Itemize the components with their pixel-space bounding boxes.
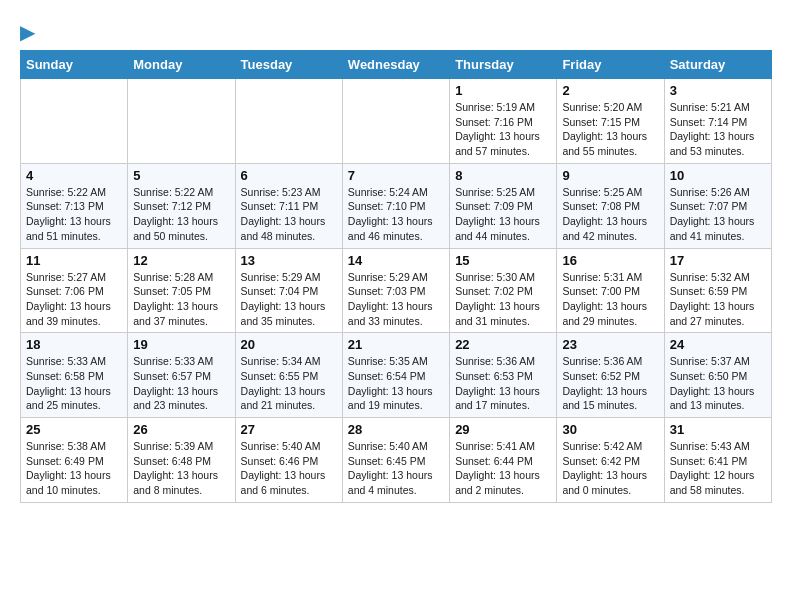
day-info: Sunrise: 5:20 AM Sunset: 7:15 PM Dayligh… xyxy=(562,100,658,159)
page-header: ▶ xyxy=(20,20,772,40)
calendar-day-cell: 23Sunrise: 5:36 AM Sunset: 6:52 PM Dayli… xyxy=(557,333,664,418)
calendar-week-row: 25Sunrise: 5:38 AM Sunset: 6:49 PM Dayli… xyxy=(21,418,772,503)
day-number: 12 xyxy=(133,253,229,268)
day-info: Sunrise: 5:31 AM Sunset: 7:00 PM Dayligh… xyxy=(562,270,658,329)
calendar-day-cell xyxy=(235,79,342,164)
day-info: Sunrise: 5:22 AM Sunset: 7:13 PM Dayligh… xyxy=(26,185,122,244)
calendar-day-cell: 12Sunrise: 5:28 AM Sunset: 7:05 PM Dayli… xyxy=(128,248,235,333)
calendar-day-cell: 2Sunrise: 5:20 AM Sunset: 7:15 PM Daylig… xyxy=(557,79,664,164)
day-info: Sunrise: 5:36 AM Sunset: 6:53 PM Dayligh… xyxy=(455,354,551,413)
calendar-day-cell: 16Sunrise: 5:31 AM Sunset: 7:00 PM Dayli… xyxy=(557,248,664,333)
calendar-week-row: 18Sunrise: 5:33 AM Sunset: 6:58 PM Dayli… xyxy=(21,333,772,418)
calendar-day-cell xyxy=(21,79,128,164)
logo: ▶ xyxy=(20,20,35,40)
day-number: 31 xyxy=(670,422,766,437)
day-number: 4 xyxy=(26,168,122,183)
calendar-day-cell: 29Sunrise: 5:41 AM Sunset: 6:44 PM Dayli… xyxy=(450,418,557,503)
day-info: Sunrise: 5:39 AM Sunset: 6:48 PM Dayligh… xyxy=(133,439,229,498)
day-number: 14 xyxy=(348,253,444,268)
calendar-day-cell: 17Sunrise: 5:32 AM Sunset: 6:59 PM Dayli… xyxy=(664,248,771,333)
day-info: Sunrise: 5:38 AM Sunset: 6:49 PM Dayligh… xyxy=(26,439,122,498)
day-number: 8 xyxy=(455,168,551,183)
day-info: Sunrise: 5:19 AM Sunset: 7:16 PM Dayligh… xyxy=(455,100,551,159)
calendar-day-cell: 30Sunrise: 5:42 AM Sunset: 6:42 PM Dayli… xyxy=(557,418,664,503)
calendar-header-row: SundayMondayTuesdayWednesdayThursdayFrid… xyxy=(21,51,772,79)
day-info: Sunrise: 5:23 AM Sunset: 7:11 PM Dayligh… xyxy=(241,185,337,244)
day-number: 18 xyxy=(26,337,122,352)
day-info: Sunrise: 5:33 AM Sunset: 6:58 PM Dayligh… xyxy=(26,354,122,413)
day-number: 17 xyxy=(670,253,766,268)
calendar-day-cell: 8Sunrise: 5:25 AM Sunset: 7:09 PM Daylig… xyxy=(450,163,557,248)
day-number: 11 xyxy=(26,253,122,268)
day-number: 30 xyxy=(562,422,658,437)
calendar-week-row: 11Sunrise: 5:27 AM Sunset: 7:06 PM Dayli… xyxy=(21,248,772,333)
day-number: 13 xyxy=(241,253,337,268)
day-number: 5 xyxy=(133,168,229,183)
day-number: 7 xyxy=(348,168,444,183)
day-info: Sunrise: 5:22 AM Sunset: 7:12 PM Dayligh… xyxy=(133,185,229,244)
calendar-day-cell: 7Sunrise: 5:24 AM Sunset: 7:10 PM Daylig… xyxy=(342,163,449,248)
day-info: Sunrise: 5:42 AM Sunset: 6:42 PM Dayligh… xyxy=(562,439,658,498)
day-info: Sunrise: 5:34 AM Sunset: 6:55 PM Dayligh… xyxy=(241,354,337,413)
day-info: Sunrise: 5:25 AM Sunset: 7:09 PM Dayligh… xyxy=(455,185,551,244)
calendar-day-cell: 24Sunrise: 5:37 AM Sunset: 6:50 PM Dayli… xyxy=(664,333,771,418)
calendar-day-cell: 28Sunrise: 5:40 AM Sunset: 6:45 PM Dayli… xyxy=(342,418,449,503)
day-number: 1 xyxy=(455,83,551,98)
day-number: 21 xyxy=(348,337,444,352)
weekday-header-friday: Friday xyxy=(557,51,664,79)
day-number: 10 xyxy=(670,168,766,183)
weekday-header-tuesday: Tuesday xyxy=(235,51,342,79)
weekday-header-wednesday: Wednesday xyxy=(342,51,449,79)
day-number: 24 xyxy=(670,337,766,352)
day-number: 25 xyxy=(26,422,122,437)
calendar-day-cell: 25Sunrise: 5:38 AM Sunset: 6:49 PM Dayli… xyxy=(21,418,128,503)
calendar-day-cell: 26Sunrise: 5:39 AM Sunset: 6:48 PM Dayli… xyxy=(128,418,235,503)
calendar-table: SundayMondayTuesdayWednesdayThursdayFrid… xyxy=(20,50,772,503)
weekday-header-monday: Monday xyxy=(128,51,235,79)
day-info: Sunrise: 5:43 AM Sunset: 6:41 PM Dayligh… xyxy=(670,439,766,498)
day-number: 23 xyxy=(562,337,658,352)
day-number: 27 xyxy=(241,422,337,437)
calendar-day-cell: 14Sunrise: 5:29 AM Sunset: 7:03 PM Dayli… xyxy=(342,248,449,333)
day-info: Sunrise: 5:30 AM Sunset: 7:02 PM Dayligh… xyxy=(455,270,551,329)
calendar-day-cell xyxy=(128,79,235,164)
calendar-day-cell: 4Sunrise: 5:22 AM Sunset: 7:13 PM Daylig… xyxy=(21,163,128,248)
weekday-header-saturday: Saturday xyxy=(664,51,771,79)
day-info: Sunrise: 5:25 AM Sunset: 7:08 PM Dayligh… xyxy=(562,185,658,244)
day-number: 29 xyxy=(455,422,551,437)
day-info: Sunrise: 5:28 AM Sunset: 7:05 PM Dayligh… xyxy=(133,270,229,329)
day-info: Sunrise: 5:24 AM Sunset: 7:10 PM Dayligh… xyxy=(348,185,444,244)
day-number: 16 xyxy=(562,253,658,268)
day-number: 28 xyxy=(348,422,444,437)
day-info: Sunrise: 5:36 AM Sunset: 6:52 PM Dayligh… xyxy=(562,354,658,413)
day-info: Sunrise: 5:40 AM Sunset: 6:46 PM Dayligh… xyxy=(241,439,337,498)
day-info: Sunrise: 5:33 AM Sunset: 6:57 PM Dayligh… xyxy=(133,354,229,413)
weekday-header-sunday: Sunday xyxy=(21,51,128,79)
day-number: 2 xyxy=(562,83,658,98)
weekday-header-thursday: Thursday xyxy=(450,51,557,79)
day-info: Sunrise: 5:40 AM Sunset: 6:45 PM Dayligh… xyxy=(348,439,444,498)
day-info: Sunrise: 5:26 AM Sunset: 7:07 PM Dayligh… xyxy=(670,185,766,244)
calendar-day-cell: 31Sunrise: 5:43 AM Sunset: 6:41 PM Dayli… xyxy=(664,418,771,503)
calendar-day-cell: 3Sunrise: 5:21 AM Sunset: 7:14 PM Daylig… xyxy=(664,79,771,164)
calendar-day-cell: 13Sunrise: 5:29 AM Sunset: 7:04 PM Dayli… xyxy=(235,248,342,333)
day-number: 9 xyxy=(562,168,658,183)
day-info: Sunrise: 5:37 AM Sunset: 6:50 PM Dayligh… xyxy=(670,354,766,413)
day-number: 22 xyxy=(455,337,551,352)
calendar-day-cell: 18Sunrise: 5:33 AM Sunset: 6:58 PM Dayli… xyxy=(21,333,128,418)
day-number: 15 xyxy=(455,253,551,268)
calendar-day-cell: 22Sunrise: 5:36 AM Sunset: 6:53 PM Dayli… xyxy=(450,333,557,418)
calendar-day-cell: 27Sunrise: 5:40 AM Sunset: 6:46 PM Dayli… xyxy=(235,418,342,503)
calendar-day-cell: 10Sunrise: 5:26 AM Sunset: 7:07 PM Dayli… xyxy=(664,163,771,248)
calendar-day-cell: 20Sunrise: 5:34 AM Sunset: 6:55 PM Dayli… xyxy=(235,333,342,418)
day-info: Sunrise: 5:32 AM Sunset: 6:59 PM Dayligh… xyxy=(670,270,766,329)
day-number: 19 xyxy=(133,337,229,352)
day-number: 20 xyxy=(241,337,337,352)
calendar-day-cell: 15Sunrise: 5:30 AM Sunset: 7:02 PM Dayli… xyxy=(450,248,557,333)
day-number: 3 xyxy=(670,83,766,98)
day-info: Sunrise: 5:21 AM Sunset: 7:14 PM Dayligh… xyxy=(670,100,766,159)
calendar-day-cell: 11Sunrise: 5:27 AM Sunset: 7:06 PM Dayli… xyxy=(21,248,128,333)
day-info: Sunrise: 5:27 AM Sunset: 7:06 PM Dayligh… xyxy=(26,270,122,329)
day-info: Sunrise: 5:41 AM Sunset: 6:44 PM Dayligh… xyxy=(455,439,551,498)
calendar-day-cell xyxy=(342,79,449,164)
